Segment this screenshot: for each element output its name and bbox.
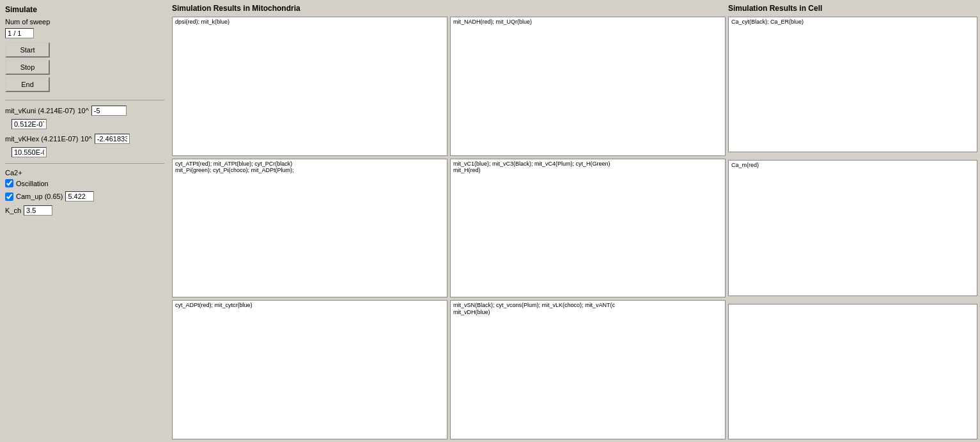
cell-chart-1-title: Ca_cyt(Black); Ca_ER(blue) <box>731 19 804 26</box>
mit-vkhex-exp-label: 10^ <box>81 135 91 143</box>
mito-chart-2-title: mit_NADH(red); mit_UQr(blue) <box>453 19 532 26</box>
cell-chart-1: Ca_cyt(Black); Ca_ER(blue) <box>728 17 977 152</box>
mito-section-title: Simulation Results in Mitochondria <box>172 3 726 14</box>
right-area: Simulation Results in Mitochondria dpsi(… <box>169 0 980 442</box>
cell-chart-3-canvas <box>729 304 977 439</box>
end-button[interactable]: End <box>5 77 50 92</box>
start-button[interactable]: Start <box>5 42 50 58</box>
mito-row-3: cyt_ADPt(red); mit_cytcr(blue) mit_vSN(B… <box>172 301 726 440</box>
mito-row-2: cyt_ATPt(red); mit_ATPt(blue); cyt_PCr(b… <box>172 159 726 298</box>
cell-chart-2: Ca_m(red) <box>728 160 977 296</box>
cell-chart-2-canvas <box>729 161 977 295</box>
mito-chart-5: cyt_ADPt(red); mit_cytcr(blue) <box>172 301 447 440</box>
mito-chart-4-title: mit_vC1(blue); mit_vC3(Black); mit_vC4(P… <box>453 161 611 175</box>
mito-chart-4: mit_vC1(blue); mit_vC3(Black); mit_vC4(P… <box>450 159 726 298</box>
divider1 <box>5 100 164 100</box>
mit-vkuni-exp-label: 10^ <box>77 107 88 114</box>
left-panel: Simulate Num of sweep Start Stop End mit… <box>0 0 169 442</box>
oscillation-checkbox[interactable] <box>5 179 13 187</box>
mit-vkhex-label: mit_vKHex (4.211E-07) <box>5 135 78 143</box>
mito-chart-6-title: mit_vSN(Black); cyt_vcons(Plum); mit_vLK… <box>453 303 615 317</box>
mit-vkuni-label: mit_vKuni (4.214E-07) <box>5 107 75 114</box>
mito-chart-5-title: cyt_ADPt(red); mit_cytcr(blue) <box>175 303 253 310</box>
mito-chart-3: cyt_ATPt(red); mit_ATPt(blue); cyt_PCr(b… <box>172 159 447 298</box>
mit-vkuni-exp-input[interactable] <box>91 106 127 116</box>
cell-section: Simulation Results in Cell Ca_cyt(Black)… <box>728 3 977 439</box>
mito-chart-4-canvas <box>451 159 725 297</box>
mito-chart-3-canvas <box>173 159 447 297</box>
mit-vkuni-val-input[interactable] <box>12 119 47 129</box>
mito-chart-2-canvas <box>451 17 725 155</box>
cell-section-title: Simulation Results in Cell <box>728 3 977 14</box>
cell-chart-3 <box>728 304 977 439</box>
mito-chart-2: mit_NADH(red); mit_UQr(blue) <box>450 17 726 156</box>
k-ch-input[interactable] <box>24 205 52 216</box>
mito-chart-1-canvas <box>173 17 447 155</box>
mito-row-1: dpsi(red); mit_k(blue) mit_NADH(red); mi… <box>172 17 726 156</box>
mito-chart-6-canvas <box>451 301 725 439</box>
cell-chart-2-title: Ca_m(red) <box>731 162 759 169</box>
cell-chart-1-canvas <box>729 17 977 152</box>
mito-chart-5-canvas <box>173 301 447 439</box>
stop-button[interactable]: Stop <box>5 59 50 75</box>
mito-chart-1-title: dpsi(red); mit_k(blue) <box>175 19 229 26</box>
num-sweep-label: Num of sweep <box>5 18 164 26</box>
mit-vkhex-exp-input[interactable] <box>95 134 130 144</box>
mito-section: Simulation Results in Mitochondria dpsi(… <box>172 3 726 439</box>
cam-up-label: Cam_up (0.65) <box>16 193 63 200</box>
cam-up-checkbox[interactable] <box>5 193 13 201</box>
mito-chart-3-title: cyt_ATPt(red); mit_ATPt(blue); cyt_PCr(b… <box>175 161 294 175</box>
k-ch-label: K_ch <box>5 207 21 214</box>
simulate-title: Simulate <box>5 5 164 14</box>
oscillation-label: Oscillation <box>16 180 49 187</box>
ca2-label: Ca2+ <box>5 169 164 177</box>
sweep-value-input[interactable] <box>5 28 34 38</box>
mito-chart-6: mit_vSN(Black); cyt_vcons(Plum); mit_vLK… <box>450 301 726 440</box>
mito-chart-1: dpsi(red); mit_k(blue) <box>172 17 447 156</box>
mit-vkhex-val-input[interactable] <box>12 147 47 157</box>
divider2 <box>5 163 164 164</box>
charts-area: Simulation Results in Mitochondria dpsi(… <box>172 3 977 439</box>
cam-up-input[interactable] <box>65 191 94 201</box>
